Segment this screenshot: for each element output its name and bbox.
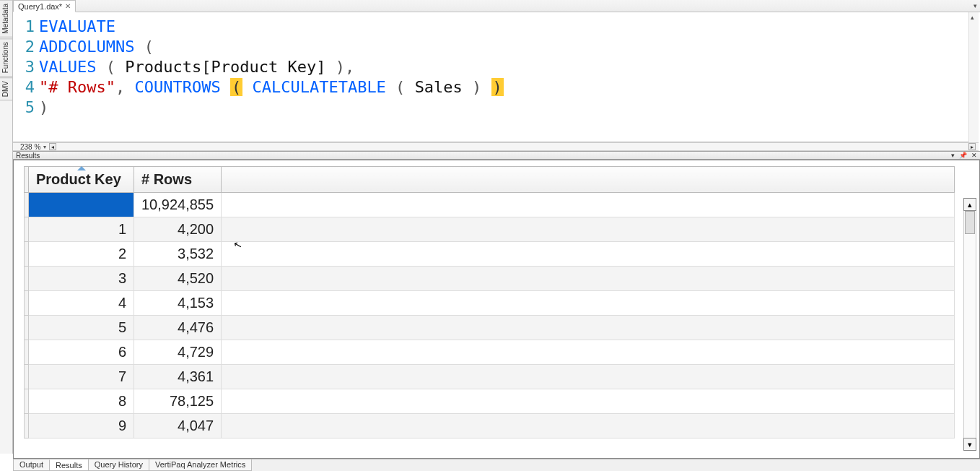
line-number: 1 xyxy=(19,17,39,37)
left-rail: Metadata Functions DMV xyxy=(0,0,13,454)
cell-product-key[interactable]: 8 xyxy=(29,389,134,414)
cell-rows[interactable]: 4,153 xyxy=(134,291,222,316)
scroll-up-icon[interactable]: ▴ xyxy=(971,14,974,21)
cell-empty xyxy=(222,267,955,291)
code-line[interactable]: 5) xyxy=(19,98,979,118)
panel-dropdown-icon[interactable]: ▾ xyxy=(950,152,956,159)
editor-status-bar: 238 % ▾ ◂ ▸ xyxy=(13,142,979,151)
cell-product-key[interactable]: 1 xyxy=(29,217,134,242)
column-header-empty xyxy=(222,167,955,193)
cell-empty xyxy=(222,217,955,242)
table-row[interactable]: 10,924,855 xyxy=(25,193,955,217)
close-icon[interactable]: ✕ xyxy=(65,2,71,10)
cell-empty xyxy=(222,291,955,316)
table-row[interactable]: 44,153 xyxy=(25,291,955,316)
document-tab-strip: Query1.dax* ✕ ▾ xyxy=(13,0,980,12)
cell-rows[interactable]: 4,361 xyxy=(134,365,222,389)
line-number: 4 xyxy=(19,77,39,98)
table-row[interactable]: 94,047 xyxy=(25,414,955,438)
results-panel-caption: Results ▾ 📌 ✕ xyxy=(13,151,980,160)
cell-empty xyxy=(222,242,955,267)
scroll-track[interactable] xyxy=(963,211,976,438)
code-text[interactable]: ADDCOLUMNS ( xyxy=(39,37,154,57)
cell-product-key[interactable] xyxy=(29,193,134,217)
cell-empty xyxy=(222,389,955,414)
scroll-down-icon[interactable]: ▾ xyxy=(963,438,976,451)
cell-product-key[interactable]: 6 xyxy=(29,340,134,365)
cell-rows[interactable]: 4,047 xyxy=(134,414,222,438)
code-text[interactable]: VALUES ( Products[Product Key] ), xyxy=(39,57,354,77)
zoom-dropdown-icon[interactable]: ▾ xyxy=(43,144,46,150)
cell-product-key[interactable]: 3 xyxy=(29,267,134,291)
table-row[interactable]: 64,729 xyxy=(25,340,955,365)
cell-product-key[interactable]: 5 xyxy=(29,316,134,340)
table-row[interactable]: 34,520 xyxy=(25,267,955,291)
cell-product-key[interactable]: 7 xyxy=(29,365,134,389)
panel-pin-icon[interactable]: 📌 xyxy=(958,152,968,159)
bottom-tab-vertipaq-analyzer-metrics[interactable]: VertiPaq Analyzer Metrics xyxy=(149,459,252,471)
bottom-tab-query-history[interactable]: Query History xyxy=(88,459,149,471)
code-line[interactable]: 1EVALUATE xyxy=(19,17,979,37)
code-line[interactable]: 3 VALUES ( Products[Product Key] ), xyxy=(19,57,979,77)
zoom-level[interactable]: 238 % xyxy=(20,143,40,151)
tab-overflow-icon[interactable]: ▾ xyxy=(974,0,980,12)
code-text[interactable]: "# Rows", COUNTROWS ( CALCULATETABLE ( S… xyxy=(39,77,504,98)
document-tab[interactable]: Query1.dax* ✕ xyxy=(13,0,76,12)
cell-rows[interactable]: 4,476 xyxy=(134,316,222,340)
cell-empty xyxy=(222,340,955,365)
cell-empty xyxy=(222,414,955,438)
cell-product-key[interactable]: 4 xyxy=(29,291,134,316)
code-line[interactable]: 2ADDCOLUMNS ( xyxy=(19,37,979,57)
cell-product-key[interactable]: 9 xyxy=(29,414,134,438)
bottom-tab-output[interactable]: Output xyxy=(13,459,50,471)
code-text[interactable]: EVALUATE xyxy=(39,17,115,37)
cell-empty xyxy=(222,316,955,340)
table-row[interactable]: 23,532 xyxy=(25,242,955,267)
cell-rows[interactable]: 3,532 xyxy=(134,242,222,267)
scroll-up-icon[interactable]: ▴ xyxy=(963,198,976,211)
cell-product-key[interactable]: 2 xyxy=(29,242,134,267)
cell-rows[interactable]: 4,729 xyxy=(134,340,222,365)
hscroll-right-icon[interactable]: ▸ xyxy=(968,143,976,150)
rail-tab-functions[interactable]: Functions xyxy=(0,38,12,77)
rail-tab-dmv[interactable]: DMV xyxy=(0,77,12,100)
line-number: 3 xyxy=(19,57,39,77)
table-row[interactable]: 14,200 xyxy=(25,217,955,242)
cell-rows[interactable]: 4,200 xyxy=(134,217,222,242)
cell-rows[interactable]: 10,924,855 xyxy=(134,193,222,217)
cell-empty xyxy=(222,365,955,389)
panel-close-icon[interactable]: ✕ xyxy=(970,152,979,159)
results-grid-pane: Product Key # Rows 10,924,85514,20023,53… xyxy=(13,160,980,459)
cell-empty xyxy=(222,193,955,217)
table-row[interactable]: 54,476 xyxy=(25,316,955,340)
code-text[interactable]: ) xyxy=(39,98,48,118)
line-number: 5 xyxy=(19,98,39,118)
document-tab-title: Query1.dax* xyxy=(18,2,62,11)
column-header-rows[interactable]: # Rows xyxy=(134,167,222,193)
cell-rows[interactable]: 4,520 xyxy=(134,267,222,291)
code-line[interactable]: 4 "# Rows", COUNTROWS ( CALCULATETABLE (… xyxy=(19,77,979,98)
line-number: 2 xyxy=(19,37,39,57)
cell-rows[interactable]: 78,125 xyxy=(134,389,222,414)
bottom-tab-results[interactable]: Results xyxy=(49,459,89,471)
table-row[interactable]: 74,361 xyxy=(25,365,955,389)
results-panel-title: Results xyxy=(16,152,40,160)
table-row[interactable]: 878,125 xyxy=(25,389,955,414)
rail-tab-metadata[interactable]: Metadata xyxy=(0,0,12,38)
scroll-thumb[interactable] xyxy=(965,211,975,234)
column-header-product-key[interactable]: Product Key xyxy=(29,167,134,193)
hscroll-left-icon[interactable]: ◂ xyxy=(49,143,56,150)
code-editor[interactable]: 1EVALUATE2ADDCOLUMNS (3 VALUES ( Product… xyxy=(13,12,979,142)
editor-scrollbar[interactable]: ▴ xyxy=(968,12,979,142)
results-grid[interactable]: Product Key # Rows 10,924,85514,20023,53… xyxy=(24,166,955,438)
bottom-tab-strip: OutputResultsQuery HistoryVertiPaq Analy… xyxy=(13,459,980,471)
grid-scrollbar[interactable]: ▴ ▾ xyxy=(963,198,976,451)
